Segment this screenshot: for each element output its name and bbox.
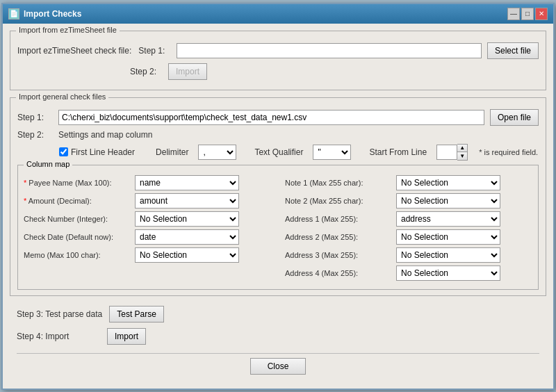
main-window: 📄 Import Checks — □ ✕ Import from ezTime… xyxy=(1,3,555,390)
delimiter-label: Delimiter xyxy=(156,147,188,157)
text-qualifier-label: Text Qualifier xyxy=(254,147,303,157)
memo-select[interactable]: No Selection name amount date address xyxy=(135,247,239,263)
address4-label: Address 4 (Max 255): xyxy=(285,269,396,277)
amount-label: * Amount (Decimal): xyxy=(24,197,135,205)
step3-row: Step 3: Test parse data Test Parse xyxy=(17,306,539,322)
memo-row: Memo (Max 100 char): No Selection name a… xyxy=(24,247,271,263)
address1-select[interactable]: address No Selection name amount date xyxy=(396,211,500,227)
eztimesheet-step1-label: Step 1: xyxy=(138,46,177,56)
address1-row: Address 1 (Max 255): address No Selectio… xyxy=(285,211,532,227)
first-line-header-label[interactable]: First Line Header xyxy=(59,147,135,157)
window-title: Import Checks xyxy=(24,9,81,19)
eztimesheet-step2-label: Step 2: xyxy=(130,67,168,76)
eztimesheet-group: Import from ezTimeSheet file Import ezTi… xyxy=(10,31,546,90)
address4-select[interactable]: No Selection name amount date address xyxy=(396,266,500,281)
eztimesheet-import-button[interactable]: Import xyxy=(168,63,207,80)
window-icon: 📄 xyxy=(8,8,19,19)
bottom-buttons: Step 3: Test parse data Test Parse Step … xyxy=(10,303,546,382)
note2-select[interactable]: No Selection name amount date address xyxy=(396,193,500,209)
settings-row: First Line Header Delimiter , ; Tab | Te… xyxy=(59,144,539,161)
note2-row: Note 2 (Max 255 char): No Selection name… xyxy=(285,193,532,209)
general-step2-row: Step 2: Settings and map column xyxy=(17,130,539,140)
amount-row: * Amount (Decimal): amount No Selection … xyxy=(24,193,271,209)
payee-name-select[interactable]: name No Selection amount date address xyxy=(135,175,239,190)
address1-label: Address 1 (Max 255): xyxy=(285,215,396,223)
general-group-title: Import general check files xyxy=(16,92,108,101)
address3-label: Address 3 (Max 255): xyxy=(285,251,396,259)
general-step2-label: Step 2: xyxy=(17,130,56,140)
close-window-button[interactable]: ✕ xyxy=(535,8,548,20)
payee-name-row: * Payee Name (Max 100): name No Selectio… xyxy=(24,175,271,190)
check-date-label: Check Date (Default now): xyxy=(24,233,135,241)
address2-select[interactable]: No Selection name amount date address xyxy=(396,229,500,245)
payee-name-label: * Payee Name (Max 100): xyxy=(24,179,135,187)
title-bar: 📄 Import Checks — □ ✕ xyxy=(3,4,553,24)
maximize-button[interactable]: □ xyxy=(521,8,534,20)
general-group: Import general check files Step 1: Open … xyxy=(10,97,546,296)
eztimesheet-step1-row: Import ezTimeSheet check file: Step 1: S… xyxy=(17,42,539,59)
note1-row: Note 1 (Max 255 char): No Selection name… xyxy=(285,175,532,190)
start-from-line-spinbox: 2 ▲ ▼ xyxy=(436,144,468,161)
col-right: Note 1 (Max 255 char): No Selection name… xyxy=(285,175,532,284)
window-body: Import from ezTimeSheet file Import ezTi… xyxy=(3,24,553,389)
step4-row: Step 4: Import Import xyxy=(17,328,539,345)
eztimesheet-group-title: Import from ezTimeSheet file xyxy=(16,26,120,34)
check-number-label: Check Number (Integer): xyxy=(24,215,135,223)
title-bar-left: 📄 Import Checks xyxy=(8,8,81,19)
first-line-header-checkbox[interactable] xyxy=(59,147,68,156)
general-step1-label: Step 1: xyxy=(17,113,56,122)
check-date-row: Check Date (Default now): date No Select… xyxy=(24,229,271,245)
general-file-input[interactable] xyxy=(58,110,484,125)
amount-select[interactable]: amount No Selection name date address xyxy=(135,193,239,209)
address3-select[interactable]: No Selection name amount date address xyxy=(396,247,500,263)
eztimesheet-file-input[interactable] xyxy=(177,43,482,58)
required-note: * is required field. xyxy=(479,148,538,156)
spin-buttons: ▲ ▼ xyxy=(457,144,468,161)
column-map-title: Column map xyxy=(24,160,72,168)
check-number-row: Check Number (Integer): No Selection nam… xyxy=(24,211,271,227)
check-number-select[interactable]: No Selection name amount date address xyxy=(135,211,239,227)
spin-up-button[interactable]: ▲ xyxy=(457,145,467,152)
column-map-box: Column map * Payee Name (Max 100): name … xyxy=(17,165,539,290)
step4-label: Step 4: Import xyxy=(17,332,100,341)
title-buttons: — □ ✕ xyxy=(507,8,548,20)
minimize-button[interactable]: — xyxy=(507,8,520,20)
step3-label: Step 3: Test parse data xyxy=(17,309,102,319)
memo-label: Memo (Max 100 char): xyxy=(24,251,135,259)
col-left: * Payee Name (Max 100): name No Selectio… xyxy=(24,175,271,284)
spin-down-button[interactable]: ▼ xyxy=(457,152,467,160)
text-qualifier-select[interactable]: " ' None xyxy=(313,145,351,160)
open-file-button[interactable]: Open file xyxy=(490,109,539,126)
select-file-button[interactable]: Select file xyxy=(487,42,539,59)
general-step1-row: Step 1: Open file xyxy=(17,109,539,126)
start-from-line-input[interactable]: 2 xyxy=(436,145,457,160)
eztimesheet-step2-row: Step 2: Import xyxy=(17,63,539,80)
general-step2-text: Settings and map column xyxy=(58,130,152,140)
address2-row: Address 2 (Max 255): No Selection name a… xyxy=(285,229,532,245)
close-row: Close xyxy=(17,353,539,379)
eztimesheet-import-label: Import ezTimeSheet check file: xyxy=(17,46,131,56)
import-button[interactable]: Import xyxy=(107,328,146,345)
address2-label: Address 2 (Max 255): xyxy=(285,233,396,241)
address3-row: Address 3 (Max 255): No Selection name a… xyxy=(285,247,532,263)
close-button[interactable]: Close xyxy=(250,358,306,375)
note2-label: Note 2 (Max 255 char): xyxy=(285,197,396,205)
note1-label: Note 1 (Max 255 char): xyxy=(285,179,396,187)
note1-select[interactable]: No Selection name amount date address xyxy=(396,175,500,190)
start-from-line-label: Start From Line xyxy=(369,147,427,157)
column-map-inner: * Payee Name (Max 100): name No Selectio… xyxy=(24,175,532,284)
address4-row: Address 4 (Max 255): No Selection name a… xyxy=(285,266,532,281)
test-parse-button[interactable]: Test Parse xyxy=(109,306,164,322)
delimiter-select[interactable]: , ; Tab | xyxy=(198,145,236,160)
check-date-select[interactable]: date No Selection name amount address xyxy=(135,229,239,245)
